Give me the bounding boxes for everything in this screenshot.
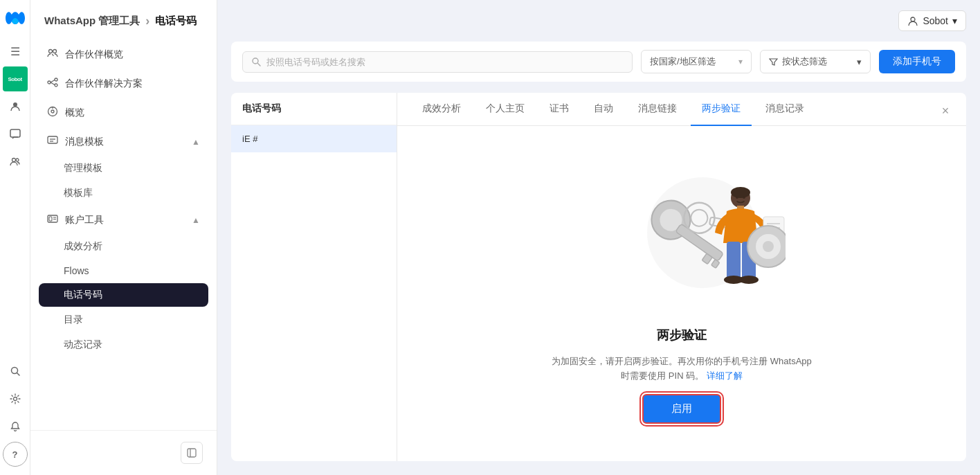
svg-point-55	[763, 241, 774, 252]
search-box[interactable]	[242, 51, 633, 73]
tab-certificate[interactable]: 证书	[538, 93, 580, 126]
two-step-description: 为加固安全，请开启两步验证。再次用你的手机号注册 WhatsApp 时需要使用 …	[550, 355, 813, 384]
tab-message-log[interactable]: 消息记录	[754, 93, 815, 126]
toolbar: 按国家/地区筛选 ▾ 按状态筛选 ▾ 添加手机号	[231, 42, 966, 82]
tab-auto[interactable]: 自动	[583, 93, 624, 126]
content-area: 按国家/地区筛选 ▾ 按状态筛选 ▾ 添加手机号 电话号码 iE # ×	[217, 42, 980, 475]
country-filter-label: 按国家/地区筛选	[650, 55, 716, 68]
svg-point-9	[48, 81, 51, 84]
enable-button[interactable]: 启用	[642, 394, 721, 424]
sidebar-nav: 合作伙伴概览 合作伙伴解决方案 概览 消息模板 ▲ 管理模板	[30, 35, 217, 430]
help-icon[interactable]: ?	[3, 442, 28, 467]
sidebar-item-activity-log[interactable]: 动态记录	[39, 333, 208, 357]
two-step-illustration	[578, 163, 786, 316]
settings-icon[interactable]	[3, 386, 28, 411]
panel-container: 电话号码 iE # × 成效分析 个人主页 证书 自动 消息链接 两步验证 消息…	[231, 93, 966, 461]
account-tools-icon	[47, 213, 58, 226]
learn-more-link[interactable]: 详细了解	[707, 370, 743, 381]
breadcrumb-current: 电话号码	[155, 15, 197, 28]
svg-point-3	[16, 159, 19, 161]
status-filter[interactable]: 按状态筛选 ▾	[760, 50, 871, 73]
main-content: Sobot ▾ 按国家/地区筛选 ▾ 按状态筛选 ▾ 添加手机号	[217, 0, 980, 475]
country-filter-chevron: ▾	[738, 57, 743, 66]
chat-icon[interactable]	[3, 122, 28, 147]
tab-two-step[interactable]: 两步验证	[691, 93, 752, 126]
tab-performance[interactable]: 成效分析	[411, 93, 472, 126]
svg-point-41	[731, 187, 750, 198]
svg-line-13	[51, 82, 55, 85]
sidebar-sub-label: 电话号码	[64, 289, 102, 301]
sidebar-item-label: 合作伙伴概览	[65, 48, 123, 61]
sidebar-item-flows[interactable]: Flows	[39, 260, 208, 282]
svg-point-11	[55, 84, 57, 87]
svg-point-52	[743, 196, 745, 199]
user-button[interactable]: Sobot ▾	[898, 10, 966, 31]
icon-bar: ☰ Sobot ?	[0, 0, 30, 475]
svg-point-50	[739, 276, 759, 284]
sidebar: WhatsApp 管理工具 › 电话号码 合作伙伴概览 合作伙伴解决方案 概览	[30, 0, 217, 475]
svg-rect-1	[10, 129, 20, 137]
sidebar-item-partner-solution[interactable]: 合作伙伴解决方案	[39, 70, 208, 98]
two-step-content: 两步验证 为加固安全，请开启两步验证。再次用你的手机号注册 WhatsApp 时…	[397, 126, 966, 461]
sidebar-item-label: 概览	[65, 107, 84, 119]
two-step-title: 两步验证	[657, 327, 707, 343]
svg-point-27	[253, 58, 258, 64]
user-label: Sobot	[923, 15, 948, 26]
breadcrumb-arrow: ›	[145, 14, 149, 28]
user-icon	[907, 15, 918, 26]
svg-point-10	[55, 78, 57, 81]
top-bar: Sobot ▾	[217, 0, 980, 42]
sidebar-item-message-template[interactable]: 消息模板 ▲	[39, 128, 208, 155]
person-icon[interactable]	[3, 94, 28, 119]
table-row[interactable]: iE #	[231, 125, 397, 152]
sidebar-item-account-tools[interactable]: 账户工具 ▲	[39, 206, 208, 233]
svg-rect-17	[48, 136, 57, 143]
table-panel-header: 电话号码	[231, 93, 397, 125]
search-input[interactable]	[266, 57, 624, 67]
status-filter-chevron: ▾	[857, 57, 862, 67]
filter-icon	[769, 57, 778, 66]
partner-overview-icon	[47, 48, 58, 62]
collapse-button[interactable]	[181, 442, 203, 464]
sidebar-item-label: 合作伙伴解决方案	[65, 78, 143, 90]
country-filter[interactable]: 按国家/地区筛选 ▾	[641, 50, 752, 73]
message-template-icon	[47, 135, 58, 148]
sidebar-item-directory[interactable]: 目录	[39, 308, 208, 332]
sobot-icon: Sobot	[3, 66, 28, 91]
sidebar-item-manage-template[interactable]: 管理模板	[39, 156, 208, 180]
sidebar-item-performance[interactable]: 成效分析	[39, 235, 208, 258]
meta-logo	[3, 6, 28, 30]
sidebar-sub-label: 目录	[64, 314, 83, 325]
add-phone-button[interactable]: 添加手机号	[879, 50, 955, 73]
close-button[interactable]: ×	[936, 101, 955, 120]
sidebar-item-template-library[interactable]: 模板库	[39, 181, 208, 205]
sidebar-item-partner-overview[interactable]: 合作伙伴概览	[39, 41, 208, 69]
sidebar-item-overview[interactable]: 概览	[39, 99, 208, 127]
sidebar-item-label: 账户工具	[65, 214, 104, 226]
group-icon[interactable]	[3, 150, 28, 174]
sidebar-sub-label: Flows	[64, 265, 89, 276]
search-icon[interactable]	[3, 359, 28, 384]
svg-point-6	[13, 397, 17, 401]
bell-icon[interactable]	[3, 414, 28, 439]
tab-profile[interactable]: 个人主页	[475, 93, 536, 126]
svg-rect-47	[727, 242, 741, 280]
table-panel: 电话号码 iE #	[231, 93, 397, 461]
sidebar-sub-label: 成效分析	[64, 240, 102, 251]
partner-solution-icon	[47, 77, 58, 91]
menu-icon[interactable]: ☰	[3, 39, 28, 64]
search-icon	[251, 57, 261, 66]
svg-point-51	[736, 196, 738, 199]
sidebar-item-phone-number[interactable]: 电话号码	[39, 283, 208, 307]
svg-line-12	[51, 80, 55, 83]
svg-point-8	[53, 50, 57, 53]
tab-message-link[interactable]: 消息链接	[627, 93, 688, 126]
svg-point-15	[51, 110, 54, 113]
expand-icon: ▲	[192, 215, 200, 225]
breadcrumb-parent: WhatsApp 管理工具	[44, 15, 140, 28]
icon-bar-bottom: ?	[3, 359, 28, 475]
sidebar-sub-label: 模板库	[64, 187, 93, 198]
svg-point-0	[13, 102, 17, 107]
svg-line-28	[258, 64, 261, 66]
svg-point-2	[12, 159, 15, 162]
